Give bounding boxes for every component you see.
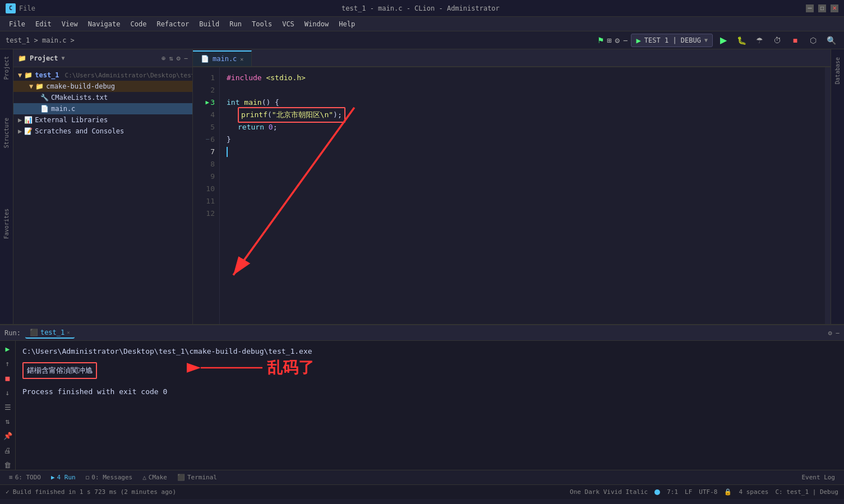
- run-tab-icon: ⬛: [30, 329, 38, 336]
- bottom-panel: Run: ⬛ test_1 ✕ ⚙ − ▶ ↑ ■ ↓ ☰ ⇅ 📌 🖨 🗑: [0, 324, 844, 470]
- run-up-btn[interactable]: ↑: [2, 359, 13, 369]
- settings-icon-proj[interactable]: ⚙: [177, 54, 181, 62]
- run-button[interactable]: ▶: [716, 33, 731, 48]
- right-sidebar: Database: [831, 49, 844, 324]
- theme-label: One Dark Vivid Italic: [570, 488, 648, 496]
- sidebar-tab-project[interactable]: Project: [2, 54, 11, 82]
- run-play-btn[interactable]: ▶: [2, 344, 13, 354]
- run-config-selector[interactable]: ▶ TEST 1 | DEBUG ▼: [631, 34, 713, 47]
- editor-tab-mainc[interactable]: 📄 main.c ✕: [193, 50, 252, 66]
- code-line-11: [227, 195, 818, 207]
- right-sidebar-database[interactable]: Database: [832, 55, 843, 86]
- coverage-button[interactable]: ☂: [752, 33, 767, 48]
- menu-tools[interactable]: Tools: [247, 19, 276, 29]
- code-line-7: [227, 146, 818, 158]
- profile-button[interactable]: ⏱: [770, 33, 785, 48]
- locate-icon[interactable]: ⊕: [162, 54, 165, 62]
- sidebar-tab-structure[interactable]: Structure: [2, 115, 11, 150]
- bottom-bar-run[interactable]: ▶ 4 Run: [47, 473, 80, 482]
- code-line-4: printf("北京市朝阳区\n");: [238, 109, 818, 121]
- window-title: test_1 - main.c - CLion - Administrator: [342, 4, 500, 12]
- close-button[interactable]: ✕: [831, 4, 838, 12]
- theme-indicator: [654, 489, 660, 495]
- close-tab-icon[interactable]: ✕: [240, 56, 243, 62]
- exit-line: Process finished with exit code 0: [22, 386, 837, 398]
- project-header: 📁 Project ▼ ⊕ ⇅ ⚙ −: [13, 49, 192, 67]
- minus-icon[interactable]: −: [623, 36, 628, 45]
- menu-file[interactable]: File: [4, 19, 30, 29]
- cmake-build-folder-icon: 📁: [35, 82, 44, 90]
- project-dropdown-icon[interactable]: ▼: [62, 55, 65, 61]
- bottom-bar-cmake[interactable]: △ CMake: [138, 473, 172, 482]
- bottom-bar-messages[interactable]: ◻ 0: Messages: [81, 473, 137, 482]
- code-editor[interactable]: 1 2 ▶3 4 5 ─6 7 8 9 10 11 12: [193, 67, 831, 324]
- garbled-text: 鍖椾含甯傛湞闃冲尯: [22, 362, 97, 379]
- menu-help[interactable]: Help: [334, 19, 359, 29]
- menu-navigate[interactable]: Navigate: [84, 19, 125, 29]
- build-icon: ✓: [6, 488, 10, 496]
- tree-item-test1[interactable]: ▼ 📁 test_1 C:\Users\Administrator\Deskto…: [13, 70, 192, 81]
- context: C: test_1 | Debug: [775, 488, 838, 496]
- bottom-bar: ≡ 6: TODO ▶ 4 Run ◻ 0: Messages △ CMake …: [0, 470, 844, 484]
- menu-view[interactable]: View: [57, 19, 82, 29]
- menu-refactor[interactable]: Refactor: [152, 19, 193, 29]
- bottom-bar-todo[interactable]: ≡ 6: TODO: [4, 473, 45, 482]
- bottom-bar-event-log[interactable]: Event Log: [797, 473, 840, 482]
- run-filter-btn[interactable]: ⇅: [2, 417, 13, 427]
- collapse-icon[interactable]: −: [184, 54, 188, 62]
- tree-item-mainc[interactable]: 📄 main.c: [13, 103, 192, 114]
- search-button[interactable]: 🔍: [824, 33, 838, 48]
- menu-bar: File Edit View Navigate Code Refactor Bu…: [0, 17, 844, 31]
- status-right: One Dark Vivid Italic 7:1 LF UTF-8 🔒 4 s…: [570, 488, 838, 496]
- menu-vcs[interactable]: VCS: [278, 19, 299, 29]
- c-file-tab-icon: 📄: [201, 55, 209, 63]
- run-pin-btn[interactable]: 📌: [2, 431, 13, 441]
- project-panel: 📁 Project ▼ ⊕ ⇅ ⚙ − ▼ 📁 test_1 C:\Users\…: [13, 49, 193, 324]
- tree-item-cmake-build[interactable]: ▼ 📁 cmake-build-debug: [13, 81, 192, 92]
- maximize-button[interactable]: □: [818, 4, 826, 12]
- panel-icon[interactable]: ⊞: [607, 36, 611, 45]
- run-print-btn[interactable]: 🖨: [2, 445, 13, 455]
- bottom-tab-test1[interactable]: ⬛ test_1 ✕: [25, 327, 75, 339]
- build-button[interactable]: ⬡: [806, 33, 820, 48]
- tree-item-scratches[interactable]: ▶ 📝 Scratches and Consoles: [13, 126, 192, 137]
- cursor-position: 7:1: [667, 488, 678, 496]
- menu-run[interactable]: Run: [225, 19, 246, 29]
- tree-item-cmakelists[interactable]: 🔧 CMakeLists.txt: [13, 92, 192, 103]
- build-status: Build finished in 1 s 723 ms (2 minutes …: [13, 488, 176, 496]
- minimize-run-icon[interactable]: −: [836, 329, 840, 337]
- run-trash-btn[interactable]: 🗑: [2, 460, 13, 470]
- run-stop-btn[interactable]: ■: [2, 373, 13, 383]
- stop-button[interactable]: ■: [788, 33, 803, 48]
- run-path-line: C:\Users\Administrator\Desktop\test_1\cm…: [22, 345, 837, 358]
- title-bar: C File test_1 - main.c - CLion - Adminis…: [0, 0, 844, 17]
- menu-code[interactable]: Code: [126, 19, 151, 29]
- bottom-bar-terminal[interactable]: ⬛ Terminal: [173, 473, 222, 482]
- code-content[interactable]: #include <stdio.h> int main() { printf("…: [220, 67, 825, 324]
- menu-file[interactable]: File: [19, 4, 35, 12]
- settings-icon[interactable]: ⚙: [615, 36, 620, 45]
- project-tree: ▼ 📁 test_1 C:\Users\Administrator\Deskto…: [13, 67, 192, 324]
- breadcrumb: test_1 > main.c >: [6, 36, 75, 44]
- code-line-1: #include <stdio.h>: [227, 72, 818, 84]
- menu-build[interactable]: Build: [195, 19, 224, 29]
- editor-area: 📄 main.c ✕ 1 2 ▶3 4 5 ─6 7 8 9: [193, 49, 831, 324]
- external-libs-icon: 📊: [24, 116, 33, 124]
- run-list-btn[interactable]: ☰: [2, 402, 13, 412]
- editor-scrollbar[interactable]: [825, 67, 831, 324]
- menu-window[interactable]: Window: [300, 19, 333, 29]
- menu-edit[interactable]: Edit: [31, 19, 56, 29]
- debug-button[interactable]: 🐛: [734, 33, 749, 48]
- sort-icon[interactable]: ⇅: [169, 54, 173, 62]
- code-line-10: [227, 183, 818, 195]
- messages-icon: ◻: [86, 474, 90, 481]
- run-output: C:\Users\Administrator\Desktop\test_1\cm…: [16, 341, 844, 403]
- sidebar-tab-favorites[interactable]: Favorites: [2, 206, 11, 241]
- close-run-tab-icon[interactable]: ✕: [67, 330, 70, 335]
- run-down-btn[interactable]: ↓: [2, 387, 13, 397]
- code-line-6: }: [227, 133, 818, 146]
- bookmark-icon[interactable]: ⚑: [598, 35, 603, 45]
- settings-run-icon[interactable]: ⚙: [828, 329, 832, 337]
- tree-item-external[interactable]: ▶ 📊 External Libraries: [13, 114, 192, 126]
- minimize-button[interactable]: ─: [806, 4, 814, 12]
